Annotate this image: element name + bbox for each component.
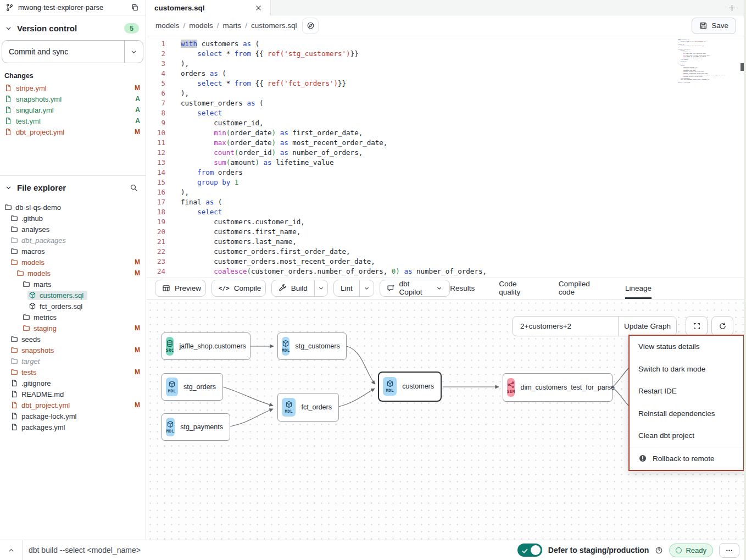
code-line[interactable]: 12 count(order_id) as number_of_orders, [147,148,746,158]
code-line[interactable]: 24 coalesce(customer_orders.number_of_or… [147,267,746,276]
code-line[interactable]: 13 sum(amount) as lifetime_value [147,158,746,168]
tree-item-fct_orders.sql[interactable]: fct_orders.sql [0,301,146,312]
code-line[interactable]: 6), [147,88,746,98]
tree-item-models[interactable]: modelsM [0,268,146,279]
menu-item-view-status-details[interactable]: View status details [630,336,743,358]
code-line[interactable]: 14 from orders [147,168,746,178]
tree-item-tests[interactable]: testsM [0,367,146,378]
tree-item-packages.yml[interactable]: packages.yml [0,422,146,433]
commit-options-caret[interactable] [124,41,143,63]
branch-selector[interactable]: mwong-test-explorer-parse [0,0,146,15]
lineage-node-jaffle_shop_customers[interactable]: SRCjaffle_shop.customers [162,332,250,360]
tree-item-metrics[interactable]: metrics [0,312,146,323]
code-line[interactable]: 18 select [147,207,746,217]
build-options-caret[interactable] [314,280,327,296]
tree-item-README.md[interactable]: README.md [0,389,146,400]
explore-lineage-button[interactable] [302,18,319,34]
new-tab-button[interactable] [728,0,736,15]
tree-item-models[interactable]: modelsM [0,257,146,268]
code-line[interactable]: 11 max(order_date) as most_recent_order_… [147,138,746,148]
breadcrumb-segment[interactable]: models [155,21,180,30]
change-file-dbt_project.yml[interactable]: dbt_project.ymlM [0,126,146,137]
code-line[interactable]: 8 select [147,108,746,118]
code-line[interactable]: 22 customer_orders.first_order_date, [147,247,746,257]
code-line[interactable]: 1with customers as ( [147,39,746,49]
lineage-node-customers[interactable]: MDLcustomers [378,372,442,402]
tab-results[interactable]: Results [450,278,475,299]
menu-item-rollback-to-remote[interactable]: Rollback to remote [630,447,743,470]
tab-compiled-code[interactable]: Compiled code [559,278,601,299]
code-line[interactable]: 23 customer_orders.most_recent_order_dat… [147,257,746,267]
change-file-singular.yml[interactable]: singular.ymlA [0,104,146,115]
compile-button[interactable]: </>Compile [211,280,266,297]
code-area[interactable]: 1with customers as (2 select * from {{ r… [147,36,746,277]
tree-item-.gitignore[interactable]: .gitignore [0,378,146,389]
code-line[interactable]: 4orders as ( [147,69,746,79]
code-line[interactable]: 9 customer_id, [147,118,746,128]
lint-options-caret[interactable] [359,280,374,296]
tab-code-quality[interactable]: Code quality [499,278,534,299]
refresh-graph-button[interactable] [711,316,733,336]
menu-item-switch-to-dark-mode[interactable]: Switch to dark mode [630,358,743,380]
tree-item-marts[interactable]: marts [0,279,146,290]
code-line[interactable]: 16), [147,187,746,197]
defer-toggle[interactable] [517,544,542,557]
commit-and-sync-button[interactable]: Commit and sync [2,40,143,63]
tree-item-target[interactable]: target [0,356,146,367]
tree-item-seeds[interactable]: seeds [0,334,146,345]
tree-item-dbt_project.yml[interactable]: dbt_project.ymlM [0,400,146,411]
dbt-copilot-button[interactable]: dbt Copilot [380,280,450,297]
tab-customers-sql[interactable]: customers.sql [147,0,271,15]
update-graph-button[interactable]: Update Graph [618,317,676,336]
breadcrumb-segment[interactable]: customers.sql [251,21,297,30]
lineage-node-stg_customers[interactable]: MDLstg_customers [277,332,347,360]
code-line[interactable]: 2 select * from {{ ref('stg_customers')}… [147,49,746,59]
lineage-node-stg_payments[interactable]: MDLstg_payments [162,413,230,441]
command-input[interactable]: dbt build --select <model_name> [23,546,141,555]
code-line[interactable]: 3), [147,59,746,69]
code-line[interactable]: 10 min(order_date) as first_order_date, [147,128,746,138]
status-badge[interactable]: Ready [669,544,713,557]
code-line[interactable]: 7customer_orders as ( [147,98,746,108]
menu-item-clean-dbt-project[interactable]: Clean dbt project [630,425,743,447]
code-line[interactable]: 25 customer_orders.lifetime_value [147,276,746,277]
menu-item-reinstall-dependencies[interactable]: Reinstall dependencies [630,402,743,425]
tree-item-snapshots[interactable]: snapshotsM [0,345,146,356]
code-line[interactable]: 19 customers.customer_id, [147,217,746,227]
code-editor[interactable]: 1with customers as (2 select * from {{ r… [147,36,746,277]
breadcrumb-segment[interactable]: marts [223,21,242,30]
lineage-node-fct_orders[interactable]: MDLfct_orders [277,393,339,422]
lineage-selector-input[interactable] [513,317,618,336]
breadcrumb-segment[interactable]: models [189,21,213,30]
lint-button[interactable]: Lint [333,280,374,297]
more-options-button[interactable] [719,543,739,558]
copy-branch-button[interactable] [131,3,139,12]
tree-item-db-sl-qs-demo[interactable]: db-sl-qs-demo [0,202,146,213]
tree-item-staging[interactable]: stagingM [0,323,146,334]
tree-item-customers.sql[interactable]: customers.sql [0,290,146,301]
code-line[interactable]: 20 customers.first_name, [147,227,746,237]
command-bar-expand-button[interactable] [0,540,23,560]
lineage-canvas[interactable]: SRCjaffle_shop.customersMDLstg_customers… [147,300,746,540]
tab-lineage[interactable]: Lineage [625,278,652,299]
build-button[interactable]: Build [271,280,328,297]
lineage-node-stg_orders[interactable]: MDLstg_orders [162,373,223,401]
code-line[interactable]: 17final as ( [147,197,746,207]
change-file-snapshots.yml[interactable]: snapshots.ymlA [0,93,146,104]
tree-item-macros[interactable]: macros [0,246,146,257]
tree-item-analyses[interactable]: analyses [0,224,146,235]
change-file-stripe.yml[interactable]: stripe.ymlM [0,82,146,93]
menu-item-restart-ide[interactable]: Restart IDE [630,380,743,403]
tree-item-dbt_packages[interactable]: dbt_packages [0,235,146,246]
help-icon[interactable] [655,546,663,555]
tree-item-package-lock.yml[interactable]: package-lock.yml [0,411,146,422]
save-button[interactable]: Save [692,18,736,34]
lineage-node-dim_customers_test_for_parse[interactable]: SEMdim_customers_test_for_parse [503,373,613,402]
code-line[interactable]: 21 customers.last_name, [147,237,746,247]
code-line[interactable]: 5 select * from {{ ref('fct_orders')}} [147,79,746,88]
close-tab-button[interactable] [254,4,263,12]
preview-button[interactable]: Preview [155,280,206,297]
code-line[interactable]: 15 group by 1 [147,178,746,187]
change-file-test.yml[interactable]: test.ymlA [0,115,146,126]
fullscreen-graph-button[interactable] [686,316,708,336]
